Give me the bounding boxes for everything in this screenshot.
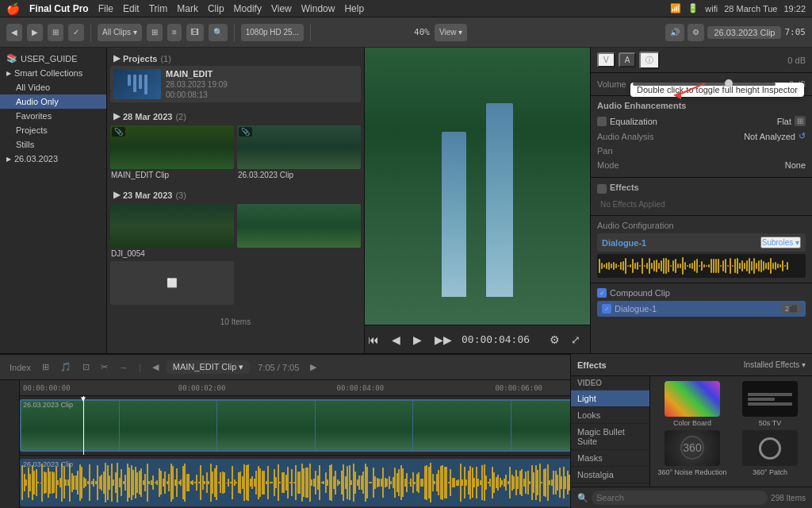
empty-icon: ⬜ — [167, 278, 178, 288]
zoom-display: 40% — [414, 27, 430, 37]
effects-checkbox[interactable] — [597, 184, 607, 194]
menu-clip[interactable]: Clip — [208, 3, 224, 14]
sidebar-audio-only[interactable]: Audio Only — [0, 94, 106, 109]
effects-items-count: 298 Items — [771, 494, 806, 502]
forward-button[interactable]: ▶ — [27, 24, 43, 41]
effects-search-input[interactable] — [592, 491, 768, 505]
timeline-audio-btn[interactable]: 🎵 — [57, 360, 75, 374]
inspector-btn2[interactable]: ⚙ — [688, 24, 704, 41]
projects-header[interactable]: ▶ Projects (1) — [110, 51, 361, 66]
search-icon: 🔍 — [577, 493, 588, 503]
grid-view-button[interactable]: ⊞ — [147, 24, 163, 41]
equalization-row: Equalization Flat ⊞ — [597, 114, 806, 129]
menu-edit[interactable]: Edit — [123, 3, 140, 14]
menu-mark[interactable]: Mark — [177, 3, 198, 14]
inspector-btn[interactable]: 🔊 — [665, 24, 684, 41]
frame-back-button[interactable]: ⏮ — [365, 332, 382, 348]
clip-26032023[interactable]: 📎 26.03.2023 Clip — [237, 125, 361, 179]
inspector-tab-a[interactable]: A — [619, 52, 637, 67]
apple-icon[interactable]: 🍎 — [6, 2, 20, 15]
video-frame — [365, 48, 590, 325]
badge-button[interactable]: ⊞ — [48, 24, 63, 41]
menu-help[interactable]: Help — [344, 3, 364, 14]
timeline-index-btn[interactable]: Index — [6, 361, 34, 374]
vcf2 — [120, 401, 217, 450]
effects-cat-masks[interactable]: Masks — [571, 450, 649, 467]
fullscreen-button[interactable]: ⤢ — [568, 332, 584, 348]
sidebar-library[interactable]: 📚 USER_GUIDE — [0, 51, 106, 66]
effects-cat-looks[interactable]: Looks — [571, 407, 649, 424]
effect-color-board[interactable]: Color Board — [655, 381, 730, 427]
timeline-clip-btn[interactable]: ⊡ — [79, 360, 93, 374]
viewer-controls: ⏮ ◀ ▶ ▶▶ 00:00:04:06 ⚙ ⤢ — [365, 325, 590, 353]
timeline-add-btn[interactable]: ⊞ — [39, 360, 52, 374]
menu-file[interactable]: File — [98, 3, 113, 14]
clip-dji[interactable]: DJI_0054 — [110, 204, 234, 258]
menu-view[interactable]: View — [271, 3, 292, 14]
clip-main-edit[interactable]: 📎 MAIN_EDIT Clip — [110, 125, 234, 179]
effects-cat-magic[interactable]: Magic Bullet Suite — [571, 424, 649, 450]
compound-dialogue-checkbox[interactable]: ✓ — [602, 304, 611, 314]
menu-window[interactable]: Window — [301, 3, 335, 14]
effect-50s-tv[interactable]: 50s TV — [733, 381, 807, 427]
effect-noise-reduction[interactable]: 360 360° Noise Reduction — [655, 430, 730, 476]
effects-header: Effects — [610, 183, 639, 192]
vcf4 — [316, 401, 413, 450]
sidebar-smart-collections[interactable]: ▶ Smart Collections — [0, 66, 106, 80]
checkmark-button[interactable]: ✓ — [68, 24, 84, 41]
28mar-header[interactable]: ▶ 28 Mar 2023 (2) — [110, 109, 361, 124]
timeline-trim-btn[interactable]: ✂ — [98, 360, 111, 374]
filmstrip-button[interactable]: 🎞 — [186, 24, 204, 41]
inspector-tab-v[interactable]: V — [597, 52, 615, 67]
tv-thumbnail — [742, 381, 798, 417]
clip-name-display: 26.03.2023 Clip — [707, 26, 781, 39]
list-view-button[interactable]: ≡ — [167, 24, 182, 41]
search-button[interactable]: 🔍 — [209, 24, 228, 41]
inspector-tab-i[interactable]: ⓘ — [639, 52, 660, 69]
sidebar-projects[interactable]: Projects — [0, 123, 106, 137]
effect-360-patch[interactable]: 360° Patch — [733, 430, 807, 476]
sep1 — [90, 24, 91, 41]
sep2 — [234, 24, 235, 41]
sidebar-stills[interactable]: Stills — [0, 137, 106, 152]
timeline-content: 00:00:00:00 00:00:02:00 00:00:04:00 00:0… — [0, 380, 812, 508]
main-edit-project[interactable]: MAIN_EDIT 28.03.2023 19:09 00:00:08:13 — [110, 66, 361, 102]
compound-clip-checkbox[interactable]: ✓ — [597, 288, 607, 298]
timeline-arrow-btn[interactable]: → — [116, 361, 131, 374]
ruler-mark-2: 00:00:04:00 — [337, 384, 385, 392]
menu-modify[interactable]: Modify — [234, 3, 262, 14]
eq-value: Flat — [777, 117, 791, 126]
effects-cat-light[interactable]: Light — [571, 391, 649, 407]
back-button[interactable]: ◀ — [6, 24, 22, 41]
clip-empty2[interactable]: ⬜ — [110, 261, 234, 306]
audio-analyze-btn[interactable]: ↺ — [799, 131, 806, 141]
eq-value-area: Flat ⊞ — [777, 116, 806, 126]
clip-label-2: 26.03.2023 Clip — [237, 171, 361, 179]
sidebar-all-video[interactable]: All Video — [0, 80, 106, 94]
23mar-header[interactable]: ▶ 23 Mar 2023 (3) — [110, 187, 361, 202]
resolution-display[interactable]: 1080p HD 25... — [241, 24, 304, 41]
stills-label: Stills — [16, 140, 34, 149]
volume-section: Double click to toggle full height Inspe… — [591, 73, 812, 96]
eq-preset-btn[interactable]: ⊞ — [795, 116, 806, 126]
noise-thumbnail: 360 — [665, 430, 720, 466]
eq-checkbox[interactable] — [597, 117, 607, 126]
clip-empty1[interactable] — [237, 204, 361, 258]
project-thumbnail — [113, 69, 161, 99]
effects-body: VIDEO Light Looks Magic Bullet Suite Mas… — [571, 380, 812, 487]
clip-thumbnail-1: 📎 — [110, 125, 234, 169]
viewer-options-button[interactable]: ⚙ — [546, 332, 563, 348]
subroles-button[interactable]: Subroles ▾ — [760, 237, 801, 248]
timeline-clip-name[interactable]: MAIN_EDIT Clip ▾ — [167, 360, 251, 374]
play-prev-button[interactable]: ◀ — [389, 332, 404, 348]
sidebar-favorites[interactable]: Favorites — [0, 109, 106, 123]
timeline-next-btn[interactable]: ▶ — [307, 360, 320, 374]
timeline-prev-btn[interactable]: ◀ — [149, 360, 162, 374]
play-pause-button[interactable]: ▶ — [410, 332, 425, 348]
view-button[interactable]: View ▾ — [435, 24, 467, 41]
play-next-button[interactable]: ▶▶ — [431, 332, 455, 348]
menu-trim[interactable]: Trim — [149, 3, 168, 14]
allclips-button[interactable]: All Clips ▾ — [98, 24, 142, 41]
sidebar-26032023[interactable]: ▶ 26.03.2023 — [0, 152, 106, 166]
effects-cat-nostalgia[interactable]: Nostalgia — [571, 467, 649, 483]
